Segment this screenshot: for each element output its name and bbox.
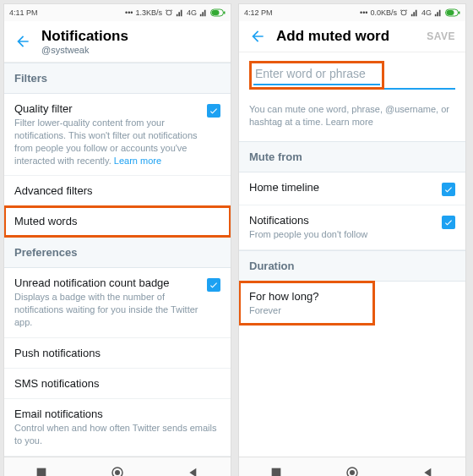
notifications-screen: 4:11 PM ••• 1.3KB/s 4G Notifications @sy… (3, 3, 231, 476)
learn-more-link[interactable]: Learn more (326, 117, 373, 127)
sms-notifications-item[interactable]: SMS notifications (4, 369, 231, 399)
status-bar: 4:12 PM ••• 0.0KB/s 4G (239, 4, 465, 21)
notifications-checkbox[interactable] (442, 216, 455, 229)
helper-text: You can mute one word, phrase, @username… (239, 96, 465, 141)
home-timeline-label: Home timeline (249, 181, 435, 194)
page-title: Add muted word (276, 28, 416, 45)
unread-badge-item[interactable]: Unread notification count badge Displays… (4, 268, 231, 338)
status-net: 4G (421, 8, 432, 17)
page-title: Notifications (41, 28, 220, 45)
unread-badge-checkbox[interactable] (207, 278, 220, 292)
status-bar: 4:11 PM ••• 1.3KB/s 4G (4, 4, 231, 21)
back-icon[interactable] (187, 466, 200, 476)
mute-from-header: Mute from (239, 141, 465, 172)
sms-notifications-label: SMS notifications (14, 377, 220, 390)
advanced-filters-item[interactable]: Advanced filters (4, 176, 231, 206)
svg-rect-3 (37, 468, 46, 476)
notifications-item[interactable]: Notifications From people you don't foll… (239, 205, 465, 250)
signal-icon (434, 8, 443, 17)
signal-icon (199, 8, 208, 17)
svg-rect-9 (272, 468, 281, 476)
for-how-long-label: For how long? (249, 290, 364, 303)
advanced-filters-label: Advanced filters (14, 184, 220, 197)
learn-more-link[interactable]: Learn more (114, 156, 161, 166)
muted-words-item[interactable]: Muted words (4, 206, 231, 237)
home-timeline-item[interactable]: Home timeline (239, 172, 465, 205)
recent-apps-icon[interactable] (269, 466, 283, 476)
add-muted-word-screen: 4:12 PM ••• 0.0KB/s 4G Add muted word SA… (238, 3, 466, 476)
email-notifications-label: Email notifications (14, 408, 220, 420)
duration-header: Duration (239, 250, 465, 282)
app-bar: Notifications @systweak (4, 21, 231, 63)
home-icon[interactable] (345, 465, 360, 476)
signal-icon (176, 8, 184, 17)
filters-header: Filters (4, 63, 231, 94)
home-timeline-checkbox[interactable] (442, 183, 455, 196)
quality-filter-checkbox[interactable] (207, 104, 220, 118)
svg-point-11 (350, 470, 355, 475)
svg-point-5 (115, 470, 120, 475)
status-time: 4:11 PM (9, 8, 38, 17)
status-speed: 1.3KB/s (135, 8, 162, 17)
unread-badge-label: Unread notification count badge (14, 276, 200, 289)
status-speed: 0.0KB/s (370, 8, 397, 17)
push-notifications-item[interactable]: Push notifications (4, 338, 231, 369)
status-net: 4G (187, 8, 197, 17)
back-icon[interactable] (421, 466, 435, 476)
recent-apps-icon[interactable] (35, 466, 48, 476)
app-bar: Add muted word SAVE (239, 21, 465, 52)
page-subtitle: @systweak (41, 45, 220, 55)
mute-word-input[interactable] (253, 63, 380, 85)
email-notifications-desc: Control when and how often Twitter sends… (14, 422, 220, 447)
for-how-long-item[interactable]: For how long? Forever (239, 282, 374, 326)
email-notifications-item[interactable]: Email notifications Control when and how… (4, 399, 231, 457)
battery-icon (445, 8, 460, 17)
svg-rect-8 (459, 12, 460, 14)
battery-icon (210, 8, 226, 17)
status-time: 4:12 PM (244, 8, 273, 17)
svg-rect-1 (212, 10, 220, 15)
notifications-desc: From people you don't follow (249, 228, 435, 241)
signal-icon (410, 8, 419, 17)
notifications-label: Notifications (249, 214, 435, 227)
save-button[interactable]: SAVE (427, 30, 455, 42)
alarm-icon (400, 8, 408, 17)
android-nav-bar (4, 457, 231, 476)
quality-filter-item[interactable]: Quality filter Filter lower-quality cont… (4, 94, 231, 176)
mute-input-row (239, 52, 465, 96)
push-notifications-label: Push notifications (14, 347, 220, 359)
home-icon[interactable] (110, 465, 125, 476)
back-arrow-icon[interactable] (249, 28, 266, 45)
svg-rect-7 (447, 10, 454, 15)
for-how-long-value: Forever (249, 304, 364, 317)
quality-filter-label: Quality filter (14, 102, 200, 115)
muted-words-label: Muted words (14, 215, 220, 227)
back-arrow-icon[interactable] (14, 33, 31, 50)
input-highlight (249, 61, 384, 90)
android-nav-bar (239, 457, 465, 476)
quality-filter-desc: Filter lower-quality content from your n… (14, 117, 200, 167)
svg-rect-2 (224, 12, 226, 14)
unread-badge-desc: Displays a badge with the number of noti… (14, 291, 200, 329)
alarm-icon (165, 8, 173, 17)
preferences-header: Preferences (4, 237, 231, 268)
